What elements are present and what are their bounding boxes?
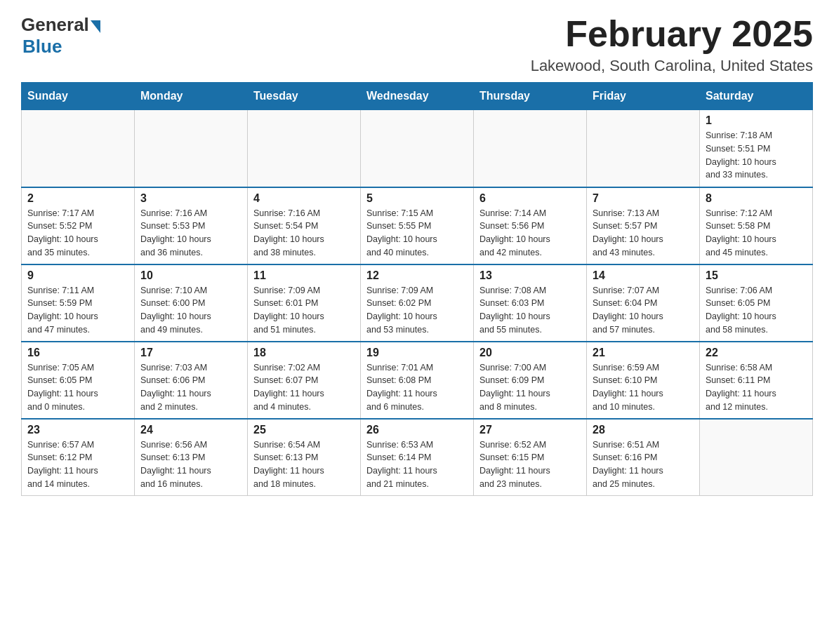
calendar-week-row: 1Sunrise: 7:18 AM Sunset: 5:51 PM Daylig… xyxy=(22,110,813,187)
day-header-sunday: Sunday xyxy=(22,83,135,110)
calendar-day-cell: 1Sunrise: 7:18 AM Sunset: 5:51 PM Daylig… xyxy=(700,110,813,187)
calendar-day-cell: 17Sunrise: 7:03 AM Sunset: 6:06 PM Dayli… xyxy=(135,342,248,419)
logo-blue-text: Blue xyxy=(22,36,62,58)
calendar-day-cell xyxy=(248,110,361,187)
day-number: 6 xyxy=(479,192,581,205)
day-info: Sunrise: 7:16 AM Sunset: 5:54 PM Dayligh… xyxy=(253,207,355,260)
day-number: 24 xyxy=(140,424,241,436)
day-info: Sunrise: 7:10 AM Sunset: 6:00 PM Dayligh… xyxy=(140,284,241,337)
day-number: 8 xyxy=(706,192,807,205)
day-number: 17 xyxy=(140,347,241,359)
calendar-day-cell: 8Sunrise: 7:12 AM Sunset: 5:58 PM Daylig… xyxy=(700,187,813,264)
day-number: 22 xyxy=(706,347,807,359)
page-header: General Blue February 2025 Lakewood, Sou… xyxy=(21,14,813,75)
day-info: Sunrise: 7:00 AM Sunset: 6:09 PM Dayligh… xyxy=(479,361,581,414)
day-header-wednesday: Wednesday xyxy=(361,83,474,110)
calendar-day-cell: 3Sunrise: 7:16 AM Sunset: 5:53 PM Daylig… xyxy=(135,187,248,264)
day-number: 12 xyxy=(366,269,468,282)
day-info: Sunrise: 7:12 AM Sunset: 5:58 PM Dayligh… xyxy=(706,207,807,260)
calendar-day-cell: 23Sunrise: 6:57 AM Sunset: 6:12 PM Dayli… xyxy=(22,419,135,496)
calendar-day-cell xyxy=(22,110,135,187)
day-info: Sunrise: 6:58 AM Sunset: 6:11 PM Dayligh… xyxy=(706,361,807,414)
day-number: 25 xyxy=(253,424,355,436)
calendar-week-row: 2Sunrise: 7:17 AM Sunset: 5:52 PM Daylig… xyxy=(22,187,813,264)
calendar-day-cell: 2Sunrise: 7:17 AM Sunset: 5:52 PM Daylig… xyxy=(22,187,135,264)
day-info: Sunrise: 6:56 AM Sunset: 6:13 PM Dayligh… xyxy=(140,438,241,491)
calendar-day-cell xyxy=(700,419,813,496)
day-number: 14 xyxy=(593,269,694,282)
day-info: Sunrise: 6:59 AM Sunset: 6:10 PM Dayligh… xyxy=(593,361,694,414)
day-info: Sunrise: 6:52 AM Sunset: 6:15 PM Dayligh… xyxy=(479,438,581,491)
day-number: 2 xyxy=(27,192,128,205)
day-number: 4 xyxy=(253,192,355,205)
day-info: Sunrise: 7:14 AM Sunset: 5:56 PM Dayligh… xyxy=(479,207,581,260)
calendar-day-cell: 21Sunrise: 6:59 AM Sunset: 6:10 PM Dayli… xyxy=(587,342,700,419)
day-info: Sunrise: 7:18 AM Sunset: 5:51 PM Dayligh… xyxy=(706,129,807,182)
calendar-day-cell: 6Sunrise: 7:14 AM Sunset: 5:56 PM Daylig… xyxy=(474,187,587,264)
calendar-day-cell: 22Sunrise: 6:58 AM Sunset: 6:11 PM Dayli… xyxy=(700,342,813,419)
calendar-day-cell xyxy=(135,110,248,187)
calendar-day-cell: 7Sunrise: 7:13 AM Sunset: 5:57 PM Daylig… xyxy=(587,187,700,264)
calendar-day-cell: 11Sunrise: 7:09 AM Sunset: 6:01 PM Dayli… xyxy=(248,264,361,342)
location-subtitle: Lakewood, South Carolina, United States xyxy=(531,57,813,75)
calendar-day-cell: 9Sunrise: 7:11 AM Sunset: 5:59 PM Daylig… xyxy=(22,264,135,342)
day-header-monday: Monday xyxy=(135,83,248,110)
day-info: Sunrise: 6:51 AM Sunset: 6:16 PM Dayligh… xyxy=(593,438,694,491)
calendar-day-cell: 14Sunrise: 7:07 AM Sunset: 6:04 PM Dayli… xyxy=(587,264,700,342)
calendar-header-row: SundayMondayTuesdayWednesdayThursdayFrid… xyxy=(22,83,813,110)
calendar-day-cell: 28Sunrise: 6:51 AM Sunset: 6:16 PM Dayli… xyxy=(587,419,700,496)
day-number: 9 xyxy=(27,269,128,282)
day-info: Sunrise: 7:03 AM Sunset: 6:06 PM Dayligh… xyxy=(140,361,241,414)
day-number: 27 xyxy=(479,424,581,436)
day-info: Sunrise: 7:13 AM Sunset: 5:57 PM Dayligh… xyxy=(593,207,694,260)
calendar-table: SundayMondayTuesdayWednesdayThursdayFrid… xyxy=(21,82,813,496)
calendar-week-row: 16Sunrise: 7:05 AM Sunset: 6:05 PM Dayli… xyxy=(22,342,813,419)
day-number: 3 xyxy=(140,192,241,205)
logo-general-text: General xyxy=(21,14,89,36)
day-info: Sunrise: 7:02 AM Sunset: 6:07 PM Dayligh… xyxy=(253,361,355,414)
calendar-day-cell: 25Sunrise: 6:54 AM Sunset: 6:13 PM Dayli… xyxy=(248,419,361,496)
month-title: February 2025 xyxy=(531,14,813,54)
day-header-friday: Friday xyxy=(587,83,700,110)
day-info: Sunrise: 7:01 AM Sunset: 6:08 PM Dayligh… xyxy=(366,361,468,414)
day-info: Sunrise: 6:54 AM Sunset: 6:13 PM Dayligh… xyxy=(253,438,355,491)
calendar-day-cell: 12Sunrise: 7:09 AM Sunset: 6:02 PM Dayli… xyxy=(361,264,474,342)
day-header-tuesday: Tuesday xyxy=(248,83,361,110)
calendar-day-cell xyxy=(361,110,474,187)
day-number: 16 xyxy=(27,347,128,359)
day-info: Sunrise: 7:08 AM Sunset: 6:03 PM Dayligh… xyxy=(479,284,581,337)
day-info: Sunrise: 7:11 AM Sunset: 5:59 PM Dayligh… xyxy=(27,284,128,337)
day-info: Sunrise: 7:06 AM Sunset: 6:05 PM Dayligh… xyxy=(706,284,807,337)
day-number: 11 xyxy=(253,269,355,282)
calendar-day-cell: 10Sunrise: 7:10 AM Sunset: 6:00 PM Dayli… xyxy=(135,264,248,342)
calendar-week-row: 9Sunrise: 7:11 AM Sunset: 5:59 PM Daylig… xyxy=(22,264,813,342)
day-number: 7 xyxy=(593,192,694,205)
day-info: Sunrise: 7:07 AM Sunset: 6:04 PM Dayligh… xyxy=(593,284,694,337)
day-number: 19 xyxy=(366,347,468,359)
day-info: Sunrise: 7:09 AM Sunset: 6:02 PM Dayligh… xyxy=(366,284,468,337)
logo-arrow-icon xyxy=(91,20,100,33)
day-info: Sunrise: 6:53 AM Sunset: 6:14 PM Dayligh… xyxy=(366,438,468,491)
day-number: 5 xyxy=(366,192,468,205)
title-section: February 2025 Lakewood, South Carolina, … xyxy=(531,14,813,75)
calendar-day-cell: 5Sunrise: 7:15 AM Sunset: 5:55 PM Daylig… xyxy=(361,187,474,264)
day-number: 20 xyxy=(479,347,581,359)
day-header-saturday: Saturday xyxy=(700,83,813,110)
calendar-day-cell: 4Sunrise: 7:16 AM Sunset: 5:54 PM Daylig… xyxy=(248,187,361,264)
calendar-day-cell: 18Sunrise: 7:02 AM Sunset: 6:07 PM Dayli… xyxy=(248,342,361,419)
day-info: Sunrise: 7:15 AM Sunset: 5:55 PM Dayligh… xyxy=(366,207,468,260)
calendar-week-row: 23Sunrise: 6:57 AM Sunset: 6:12 PM Dayli… xyxy=(22,419,813,496)
day-header-thursday: Thursday xyxy=(474,83,587,110)
day-number: 10 xyxy=(140,269,241,282)
calendar-day-cell: 19Sunrise: 7:01 AM Sunset: 6:08 PM Dayli… xyxy=(361,342,474,419)
calendar-day-cell: 26Sunrise: 6:53 AM Sunset: 6:14 PM Dayli… xyxy=(361,419,474,496)
day-number: 28 xyxy=(593,424,694,436)
day-info: Sunrise: 7:17 AM Sunset: 5:52 PM Dayligh… xyxy=(27,207,128,260)
calendar-day-cell: 24Sunrise: 6:56 AM Sunset: 6:13 PM Dayli… xyxy=(135,419,248,496)
day-number: 1 xyxy=(706,114,807,127)
day-number: 18 xyxy=(253,347,355,359)
logo: General Blue xyxy=(21,14,100,58)
day-number: 15 xyxy=(706,269,807,282)
day-info: Sunrise: 7:09 AM Sunset: 6:01 PM Dayligh… xyxy=(253,284,355,337)
day-info: Sunrise: 7:05 AM Sunset: 6:05 PM Dayligh… xyxy=(27,361,128,414)
